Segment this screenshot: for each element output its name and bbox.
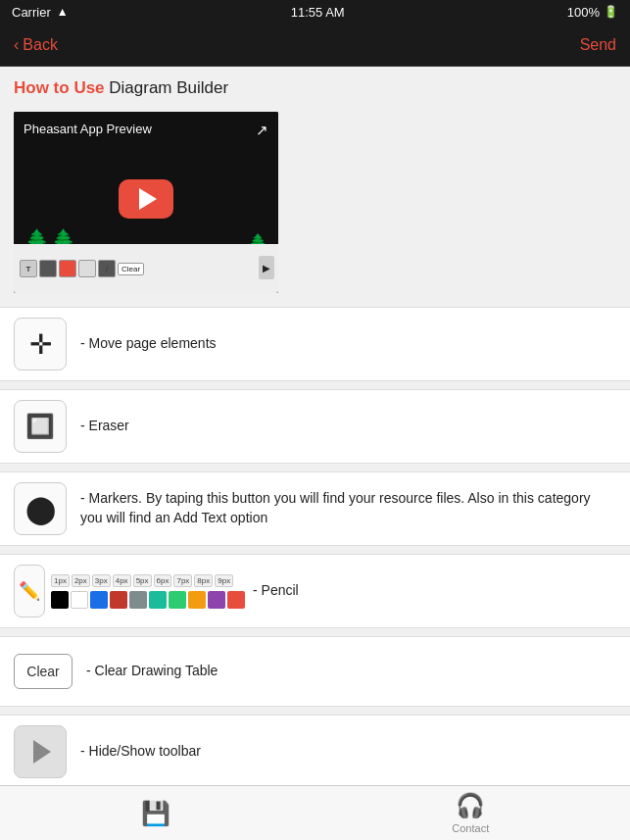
carrier-label: Carrier — [12, 5, 51, 20]
wifi-icon: ▲ — [57, 5, 69, 19]
contact-tab-icon: 🎧 — [456, 792, 485, 819]
swatch-black — [51, 591, 69, 609]
move-icon: ✛ — [29, 328, 52, 361]
video-arrow-right: ▶ — [259, 256, 274, 279]
status-bar: Carrier ▲ 11:55 AM 100% 🔋 — [0, 0, 630, 24]
youtube-play-button[interactable] — [119, 179, 173, 219]
page-title-container: How to Use Diagram Builder — [0, 67, 630, 104]
px-9: 9px — [215, 574, 233, 587]
swatch-teal — [149, 591, 167, 609]
page-title-rest: Diagram Builder — [105, 78, 229, 97]
marker-icon-box: ⬤ — [14, 482, 67, 535]
feature-move-desc: - Move page elements — [80, 334, 616, 354]
save-tab-icon: 💾 — [141, 800, 170, 827]
pencil-combined-icon: ✏️ 1px 2px 3px 4px 5px 6px 7px 8px 9px — [14, 565, 245, 618]
pencil-color-row — [51, 591, 245, 609]
feature-clear-desc: - Clear Drawing Table — [86, 662, 616, 681]
battery-icon: 🔋 — [604, 5, 618, 19]
clear-button-display: Clear — [14, 654, 73, 689]
feature-eraser-desc: - Eraser — [80, 417, 616, 436]
px-7: 7px — [173, 574, 192, 587]
swatch-purple — [208, 591, 225, 609]
swatch-crimson — [227, 591, 245, 609]
play-triangle-icon-box — [14, 725, 67, 778]
time-label: 11:55 AM — [291, 5, 345, 20]
swatch-orange — [188, 591, 206, 609]
nav-bar: ‹ Back Send — [0, 24, 630, 67]
tb-text-btn: T — [20, 260, 37, 277]
tb-light-btn — [78, 260, 96, 277]
page-title: How to Use Diagram Builder — [14, 78, 228, 97]
tab-contact[interactable]: 🎧 Contact — [452, 792, 489, 834]
status-left: Carrier ▲ — [12, 5, 69, 20]
back-chevron-icon: ‹ — [14, 36, 19, 54]
px-1: 1px — [51, 574, 70, 587]
feature-hideshow-desc: - Hide/Show toolbar — [80, 742, 616, 762]
triangle-icon — [33, 740, 51, 764]
back-label: Back — [23, 36, 58, 54]
toolbar-mini-items: T / Clear — [20, 260, 144, 277]
feature-marker-desc: - Markers. By taping this button you wil… — [80, 489, 616, 527]
share-icon[interactable]: ↗ — [256, 122, 268, 139]
battery-label: 100% — [567, 5, 600, 20]
tab-bar: 💾 🎧 Contact — [0, 785, 630, 840]
marker-icon: ⬤ — [25, 493, 56, 525]
pencil-icon-box: ✏️ — [14, 565, 45, 618]
feature-row-hideshow: - Hide/Show toolbar — [0, 715, 630, 789]
feature-pencil-desc: - Pencil — [253, 581, 616, 601]
px-6: 6px — [154, 574, 172, 587]
video-toolbar-preview: T / Clear ▶ — [14, 244, 278, 293]
move-icon-box: ✛ — [14, 318, 67, 371]
tab-save[interactable]: 💾 — [141, 800, 170, 827]
feature-row-move: ✛ - Move page elements — [0, 307, 630, 381]
video-container[interactable]: Pheasant App Preview ↗ 🌲🌲 🌲 T / Clear ▶ — [14, 112, 278, 293]
px-8: 8px — [194, 574, 213, 587]
px-3: 3px — [92, 574, 111, 587]
eraser-icon: 🔲 — [25, 413, 55, 440]
video-title: Pheasant App Preview — [24, 122, 152, 136]
send-button[interactable]: Send — [580, 36, 616, 54]
pencil-icon: ✏️ — [19, 580, 40, 602]
page-title-highlight: How to Use — [14, 78, 105, 97]
tb-clear-mini: Clear — [118, 263, 144, 275]
clear-label: Clear — [26, 664, 59, 679]
back-button[interactable]: ‹ Back — [14, 36, 58, 54]
feature-row-pencil: ✏️ 1px 2px 3px 4px 5px 6px 7px 8px 9px — [0, 554, 630, 628]
swatch-green — [169, 591, 186, 609]
feature-row-clear: Clear - Clear Drawing Table — [0, 636, 630, 707]
swatch-blue — [90, 591, 108, 609]
contact-tab-label: Contact — [452, 822, 489, 834]
tb-pencil-btn: / — [98, 260, 116, 277]
pencil-sizes-colors: 1px 2px 3px 4px 5px 6px 7px 8px 9px — [51, 574, 245, 609]
tb-separator — [39, 260, 57, 277]
tb-red-btn — [59, 260, 76, 277]
swatch-red — [110, 591, 127, 609]
pencil-px-row: 1px 2px 3px 4px 5px 6px 7px 8px 9px — [51, 574, 233, 587]
status-right: 100% 🔋 — [567, 5, 618, 20]
feature-row-eraser: 🔲 - Eraser — [0, 389, 630, 464]
px-4: 4px — [113, 574, 131, 587]
eraser-icon-box: 🔲 — [14, 400, 67, 453]
swatch-white — [71, 591, 88, 609]
features-list: ✛ - Move page elements 🔲 - Eraser ⬤ - Ma… — [0, 307, 630, 840]
px-5: 5px — [133, 574, 152, 587]
swatch-gray — [129, 591, 147, 609]
px-2: 2px — [72, 574, 90, 587]
feature-row-marker: ⬤ - Markers. By taping this button you w… — [0, 471, 630, 546]
